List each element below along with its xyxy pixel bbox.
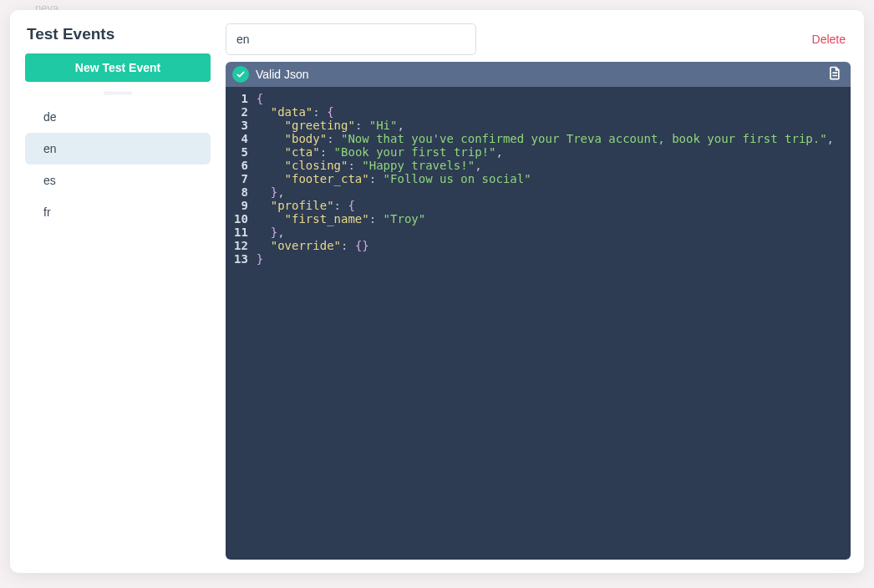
event-item-fr[interactable]: fr — [25, 196, 211, 228]
json-editor: Valid Json 12345678910111213 { "data": {… — [226, 62, 851, 560]
line-number-gutter: 12345678910111213 — [226, 87, 253, 560]
valid-check-icon — [232, 66, 249, 83]
code-line[interactable]: "profile": { — [257, 199, 834, 212]
line-number: 3 — [234, 119, 248, 132]
code-line[interactable]: { — [257, 92, 834, 105]
code-line[interactable]: "body": "Now that you've confirmed your … — [257, 132, 834, 145]
line-number: 5 — [234, 145, 248, 159]
event-item-de[interactable]: de — [25, 101, 211, 133]
test-events-panel: Test Events New Test Event deenesfr Dele… — [10, 10, 864, 573]
event-item-es[interactable]: es — [25, 165, 211, 196]
line-number: 7 — [234, 172, 248, 185]
new-test-event-button[interactable]: New Test Event — [25, 53, 211, 82]
event-item-en[interactable]: en — [25, 133, 211, 165]
code-line[interactable]: "closing": "Happy travels!", — [257, 159, 834, 172]
delete-button[interactable]: Delete — [807, 28, 851, 51]
line-number: 10 — [234, 212, 248, 226]
line-number: 13 — [234, 252, 248, 266]
code-area[interactable]: 12345678910111213 { "data": { "greeting"… — [226, 87, 851, 560]
code-line[interactable]: "data": { — [257, 105, 834, 119]
code-line[interactable]: "first_name": "Troy" — [257, 212, 834, 226]
event-name-input[interactable] — [226, 23, 476, 55]
code-line[interactable]: "greeting": "Hi", — [257, 119, 834, 132]
event-list: deenesfr — [25, 101, 211, 228]
line-number: 1 — [234, 92, 248, 105]
line-number: 2 — [234, 105, 248, 119]
code-content[interactable]: { "data": { "greeting": "Hi", "body": "N… — [253, 87, 842, 560]
line-number: 11 — [234, 226, 248, 239]
code-line[interactable]: "footer_cta": "Follow us on social" — [257, 172, 834, 185]
code-line[interactable]: "override": {} — [257, 239, 834, 252]
code-line[interactable]: }, — [257, 185, 834, 199]
editor-status-label: Valid Json — [256, 68, 309, 81]
line-number: 12 — [234, 239, 248, 252]
sidebar: Test Events New Test Event deenesfr — [10, 10, 226, 573]
sidebar-title: Test Events — [27, 25, 211, 43]
topbar: Delete — [226, 23, 851, 55]
editor-status-bar: Valid Json — [226, 62, 851, 87]
sidebar-separator — [104, 92, 132, 94]
main: Delete Valid Json 12345678910111213 — [226, 10, 864, 573]
code-line[interactable]: }, — [257, 226, 834, 239]
line-number: 6 — [234, 159, 248, 172]
line-number: 4 — [234, 132, 248, 145]
code-line[interactable]: } — [257, 252, 834, 266]
copy-document-icon[interactable] — [826, 65, 842, 84]
line-number: 8 — [234, 185, 248, 199]
line-number: 9 — [234, 199, 248, 212]
code-line[interactable]: "cta": "Book your first trip!", — [257, 145, 834, 159]
